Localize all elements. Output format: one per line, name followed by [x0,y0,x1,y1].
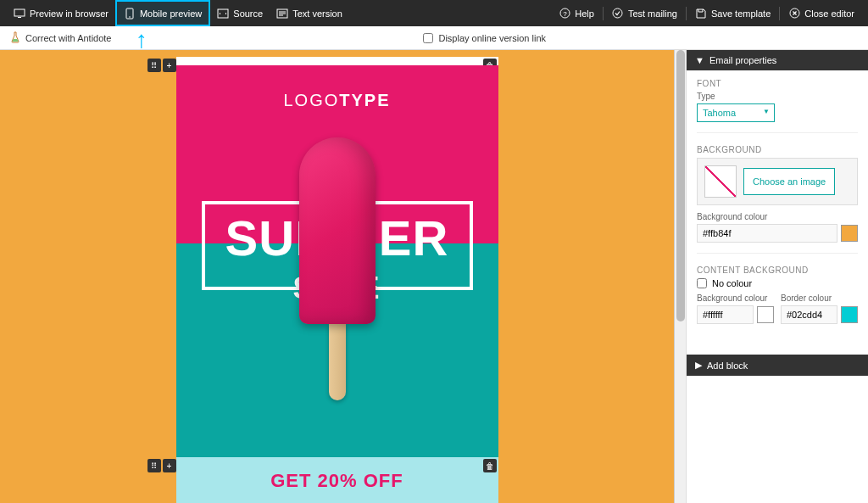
close-editor-label: Close editor [804,8,854,19]
separator [686,7,687,20]
save-template-label: Save template [711,8,771,19]
close-icon [788,8,800,19]
content-bg-input[interactable] [697,305,754,324]
separator [779,7,780,20]
chevron-right-icon: ▶ [695,360,702,371]
font-select-wrap: Tahoma [697,103,775,122]
content-bg-swatch[interactable] [757,306,774,323]
display-online-checkbox[interactable] [423,33,433,43]
display-online-label: Display online version link [438,33,546,43]
block-controls: ⠿ + [147,459,176,472]
help-label: Help [575,8,594,19]
bg-colour-input[interactable] [697,224,837,243]
border-colour-label: Border colour [781,293,858,303]
subbar: Correct with Antidote Display online ver… [0,26,868,50]
callout-arrow-icon: ↑ [136,26,147,53]
email-canvas: ⠿ + 🗑 ⠿ + 🗑 LOGOTYPE [176,57,498,503]
preview-browser-label: Preview in browser [30,8,108,19]
no-image-swatch[interactable] [704,165,737,198]
content-bg-label: Background colour [697,293,774,303]
mobile-preview-button[interactable]: Mobile preview [115,0,210,26]
help-button[interactable]: ? Help [552,0,601,26]
display-online-toggle[interactable]: Display online version link [423,33,546,43]
add-icon[interactable]: + [163,59,176,72]
mobile-icon [124,8,136,19]
logotype-bold: TYPE [339,91,390,109]
choose-image-button[interactable]: Choose an image [743,168,835,195]
text-icon [276,8,288,19]
content-colour-row: Background colour Border colour [697,293,858,324]
text-version-label: Text version [292,8,342,19]
close-editor-button[interactable]: Close editor [782,0,861,26]
background-section: BACKGROUND Choose an image Background co… [697,145,858,254]
block-controls: ⠿ + [147,59,176,72]
sidebar: ▼ Email properties FONT Type Tahoma BACK… [686,50,868,503]
help-icon: ? [559,8,570,19]
preview-browser-button[interactable]: Preview in browser [7,0,115,26]
source-label: Source [233,8,263,19]
save-icon [695,8,707,19]
popsicle-graphic [299,137,376,400]
content-bg-group: Background colour [697,293,774,324]
main: ⠿ + 🗑 ⠿ + 🗑 LOGOTYPE [0,50,868,503]
content-bg-heading: CONTENT BACKGROUND [697,265,858,275]
drag-handle-icon[interactable]: ⠿ [147,59,161,72]
bg-colour-label: Background colour [697,212,858,221]
flask-icon [10,31,20,45]
logotype: LOGOTYPE [176,65,498,110]
save-template-button[interactable]: Save template [688,0,777,26]
separator [603,7,604,20]
mobile-preview-label: Mobile preview [140,8,202,19]
block-hero[interactable]: ⠿ + 🗑 LOGOTYPE SUMMER SALE [176,65,498,457]
source-button[interactable]: Source [210,0,270,26]
bg-colour-row [697,224,858,243]
bg-colour-swatch[interactable] [841,225,858,242]
no-colour-checkbox[interactable] [697,278,707,288]
svg-rect-0 [14,9,25,16]
border-colour-swatch[interactable] [841,306,858,323]
email-properties-label: Email properties [709,55,776,65]
block-spacer[interactable]: ⠿ + 🗑 [176,57,498,65]
popsicle-body [299,137,376,324]
svg-rect-1 [18,17,21,18]
font-section: FONT Type Tahoma [697,79,858,133]
test-mailing-label: Test mailing [628,8,677,19]
no-colour-label: No colour [712,278,752,288]
add-icon[interactable]: + [163,459,176,472]
bg-image-picker: Choose an image [697,158,858,205]
svg-text:?: ? [563,10,567,18]
content-bg-section: CONTENT BACKGROUND No colour Background … [697,265,858,334]
canvas-scrollbar[interactable] [674,50,686,503]
topbar: Preview in browser Mobile preview Source… [0,0,868,26]
svg-point-11 [613,8,622,18]
test-mailing-button[interactable]: Test mailing [605,0,684,26]
popsicle-stick [329,324,346,400]
type-label: Type [697,92,858,101]
email-properties-panel-header[interactable]: ▼ Email properties [687,50,868,70]
scroll-thumb[interactable] [676,50,685,321]
check-icon [612,8,624,19]
topbar-right: ? Help Test mailing Save template Close … [552,0,861,26]
block-promo[interactable]: ⠿ + 🗑 GET 20% OFF [176,457,498,503]
border-colour-input[interactable] [781,305,837,324]
delete-icon[interactable]: 🗑 [483,459,497,472]
svg-point-3 [129,16,131,18]
text-version-button[interactable]: Text version [270,0,349,26]
topbar-left: Preview in browser Mobile preview Source… [7,0,349,26]
drag-handle-icon[interactable]: ⠿ [147,459,161,472]
monitor-icon [14,8,25,19]
source-icon [217,8,229,19]
border-colour-group: Border colour [781,293,858,324]
background-heading: BACKGROUND [697,145,858,154]
no-colour-toggle[interactable]: No colour [697,278,858,288]
email-properties-panel-body: FONT Type Tahoma BACKGROUND Choose an im… [687,70,868,355]
canvas-area: ⠿ + 🗑 ⠿ + 🗑 LOGOTYPE [0,50,674,503]
logotype-pre: LOGO [283,91,339,109]
add-block-panel-header[interactable]: ▶ Add block [687,355,868,376]
promo-text: GET 20% OFF [270,470,403,492]
antidote-label: Correct with Antidote [25,33,112,43]
antidote-button[interactable]: Correct with Antidote [10,31,112,45]
font-select[interactable]: Tahoma [697,103,775,122]
add-block-label: Add block [707,360,748,371]
font-heading: FONT [697,79,858,88]
